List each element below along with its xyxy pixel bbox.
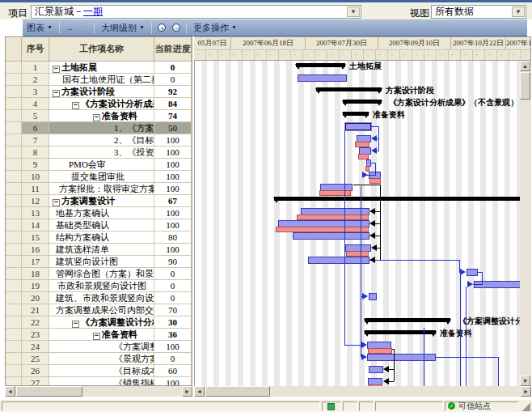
- table-row[interactable]: 24《方案调整设计成100: [6, 341, 192, 353]
- scroll-left-icon[interactable]: ◄: [5, 386, 15, 397]
- project-combobox[interactable]: 汇景新城－一期: [31, 5, 361, 19]
- task-name-cell[interactable]: 方案设计阶段: [49, 86, 154, 98]
- task-name-cell[interactable]: 市政和景观竖向设计图: [49, 280, 154, 292]
- task-name-cell[interactable]: 管网综合图（方案）和景观: [49, 268, 154, 280]
- task-name-cell[interactable]: PMO会审: [49, 159, 154, 171]
- forward-arrow-icon[interactable]: →: [63, 22, 76, 34]
- table-row[interactable]: 1土地拓展0: [6, 62, 192, 74]
- table-row[interactable]: 11方案报批：取得审定方案通100: [6, 183, 192, 195]
- table-row[interactable]: 25《景观方案设计成0: [6, 353, 192, 365]
- table-row[interactable]: 19市政和景观竖向设计图0: [6, 280, 192, 292]
- task-name-cell[interactable]: 《方案调整设计分析成果》: [49, 316, 154, 329]
- more-actions-button[interactable]: 更多操作: [189, 21, 241, 35]
- view-dropdown-icon[interactable]: [512, 6, 525, 17]
- gantt-task-bar-selected[interactable]: [345, 123, 371, 130]
- table-row[interactable]: 17建筑竖向设计图90: [6, 256, 192, 268]
- scroll-right-icon[interactable]: ►: [521, 386, 531, 397]
- scroll-up-icon[interactable]: ▲: [520, 61, 530, 71]
- task-name-cell[interactable]: 建筑竖向设计图: [49, 256, 154, 268]
- task-name-cell[interactable]: 3、《投资验算及: [49, 147, 154, 159]
- gantt-actual-bar[interactable]: [355, 142, 369, 147]
- zoom-out-icon[interactable]: [170, 22, 183, 34]
- gantt-summary-bar[interactable]: [365, 318, 450, 322]
- task-name-cell[interactable]: 建筑选样清单: [49, 244, 154, 256]
- table-row[interactable]: 13地基方案确认100: [6, 207, 192, 219]
- gantt-vertical-scrollbar[interactable]: ▲ ▼: [520, 61, 531, 386]
- task-name-cell[interactable]: 《景观方案设计成: [49, 353, 154, 365]
- table-row[interactable]: 2国有土地使用证（第二批）0: [6, 74, 192, 86]
- gantt-actual-bar[interactable]: [276, 227, 369, 232]
- table-row[interactable]: 20建筑、市政和景观竖向设计0: [6, 292, 192, 304]
- gantt-summary-bar[interactable]: [365, 330, 436, 334]
- collapse-minus-icon[interactable]: [93, 114, 100, 121]
- project-phase-link[interactable]: 一期: [83, 6, 103, 17]
- task-name-cell[interactable]: 国有土地使用证（第二批）: [49, 74, 154, 86]
- gantt-actual-bar[interactable]: [368, 348, 392, 354]
- table-row[interactable]: 18管网综合图（方案）和景观0: [6, 268, 192, 280]
- gantt-task-bar[interactable]: [298, 74, 347, 82]
- gantt-summary-bar[interactable]: [296, 63, 345, 67]
- table-row[interactable]: 9PMO会审100: [6, 159, 192, 171]
- table-row[interactable]: 61、《方案设计成50: [6, 122, 192, 134]
- gantt-actual-bar[interactable]: [346, 251, 369, 257]
- gantt-actual-bar[interactable]: [319, 190, 351, 196]
- task-name-cell[interactable]: 《目标成本》: [49, 365, 154, 377]
- table-row[interactable]: 83、《投资验算及100: [6, 147, 192, 159]
- table-row[interactable]: 5准备资料74: [6, 110, 192, 122]
- outline-level-button[interactable]: 大纲级别: [97, 21, 149, 35]
- gantt-task-bar[interactable]: [369, 293, 377, 300]
- back-arrow-icon[interactable]: →: [78, 22, 91, 34]
- gantt-actual-bar[interactable]: [297, 214, 369, 220]
- task-name-cell[interactable]: 方案报批：取得审定方案通: [49, 183, 154, 195]
- collapse-minus-icon[interactable]: [53, 66, 60, 73]
- gantt-summary-bar[interactable]: [343, 112, 369, 116]
- gantt-actual-bar[interactable]: [358, 154, 369, 159]
- table-row[interactable]: 12方案调整设计67: [6, 195, 192, 207]
- task-name-cell[interactable]: 方案调整设计: [49, 195, 154, 207]
- table-row[interactable]: 16建筑选样清单100: [6, 244, 192, 256]
- task-name-cell[interactable]: 准备资料: [49, 329, 154, 341]
- table-row[interactable]: 3方案设计阶段92: [6, 86, 192, 98]
- gantt-summary-bar[interactable]: [316, 87, 382, 91]
- project-dropdown-icon[interactable]: [347, 6, 360, 17]
- collapse-minus-icon[interactable]: [53, 90, 60, 97]
- gantt-horizontal-scrollbar[interactable]: ◄ ►: [194, 386, 531, 397]
- task-name-cell[interactable]: 方案调整成果公司内部交底: [49, 304, 154, 316]
- gantt-task-bar[interactable]: [467, 269, 478, 276]
- scroll-down-icon[interactable]: ▼: [520, 376, 530, 386]
- collapse-minus-icon[interactable]: [72, 102, 79, 109]
- table-row[interactable]: 23准备资料36: [6, 329, 192, 341]
- view-combobox[interactable]: 所有数据: [431, 5, 526, 19]
- scroll-right-icon[interactable]: ►: [182, 386, 192, 397]
- collapse-minus-icon[interactable]: [53, 199, 60, 206]
- scroll-left-icon[interactable]: ◄: [194, 386, 205, 397]
- table-row[interactable]: 27《销售指标》100: [6, 377, 192, 386]
- task-name-cell[interactable]: 基础类型确认: [49, 219, 154, 231]
- collapse-minus-icon[interactable]: [93, 333, 100, 340]
- gantt-task-bar[interactable]: [369, 366, 383, 373]
- gantt-summary-bar[interactable]: [343, 100, 382, 104]
- gantt-task-bar[interactable]: [367, 354, 436, 361]
- task-name-cell[interactable]: 准备资料: [49, 110, 154, 122]
- resize-grip[interactable]: [522, 401, 530, 411]
- task-name-cell[interactable]: 2、《目标成本测: [49, 134, 154, 147]
- table-scroll-thumb[interactable]: [16, 386, 82, 397]
- task-name-cell[interactable]: 《方案设计分析成果》（不: [49, 98, 154, 110]
- zoom-in-icon[interactable]: [155, 22, 168, 34]
- task-name-cell[interactable]: 提交集团审批: [49, 171, 154, 183]
- gantt-actual-bar[interactable]: [369, 178, 381, 184]
- table-horizontal-scrollbar[interactable]: ◄ ►: [5, 386, 192, 397]
- table-row[interactable]: 10提交集团审批100: [6, 171, 192, 183]
- task-name-cell[interactable]: 结构方案确认: [49, 231, 154, 244]
- table-row[interactable]: 15结构方案确认80: [6, 231, 192, 244]
- table-row[interactable]: 4《方案设计分析成果》（不84: [6, 98, 192, 110]
- table-row[interactable]: 14基础类型确认100: [6, 219, 192, 231]
- task-name-cell[interactable]: 1、《方案设计成: [49, 122, 154, 134]
- task-name-cell[interactable]: 《方案调整设计成: [49, 341, 154, 353]
- gantt-actual-bar[interactable]: [365, 166, 369, 172]
- table-row[interactable]: 21方案调整成果公司内部交底70: [6, 304, 192, 316]
- table-row[interactable]: 26《目标成本》60: [6, 365, 192, 377]
- task-name-cell[interactable]: 建筑、市政和景观竖向设计: [49, 292, 154, 304]
- vertical-scroll-thumb[interactable]: [520, 72, 530, 100]
- collapse-minus-icon[interactable]: [72, 321, 79, 328]
